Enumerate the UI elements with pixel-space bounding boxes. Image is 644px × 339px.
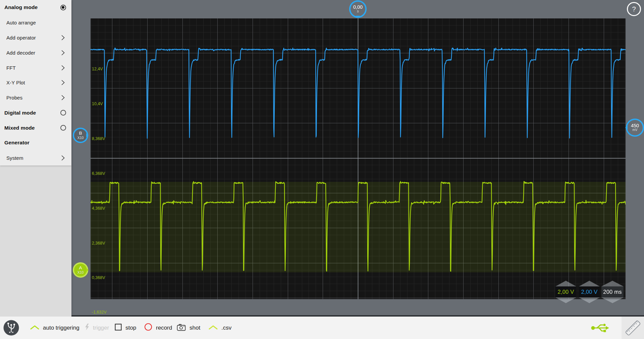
spinner-up-icon[interactable] bbox=[601, 281, 624, 286]
sidebar-item-label: Probes bbox=[6, 95, 22, 100]
trigger-time-unit: s bbox=[357, 10, 359, 13]
measurement-ruler-button[interactable] bbox=[622, 317, 644, 339]
channel-a-scale-value[interactable]: 2,00 V bbox=[555, 286, 576, 297]
sidebar-item-digital-mode[interactable]: Digital mode bbox=[0, 105, 71, 120]
channel-b-scale-value[interactable]: 2,00 V bbox=[579, 286, 600, 297]
spinner-down-icon[interactable] bbox=[555, 297, 576, 303]
stop-label: stop bbox=[125, 325, 136, 331]
sidebar-item-add-operator[interactable]: Add operator bbox=[0, 30, 71, 45]
stop-square-icon bbox=[115, 324, 122, 332]
channel-b-scale-spinner[interactable]: 2,00 V bbox=[579, 281, 600, 303]
sidebar-item-label: Analog mode bbox=[4, 4, 38, 10]
sidebar-item-system[interactable]: System bbox=[0, 150, 71, 165]
timebase-spinner[interactable]: 200 ms bbox=[601, 281, 624, 303]
chevron-right-icon bbox=[60, 65, 66, 71]
y-axis-label: 6,368V bbox=[92, 171, 105, 176]
sidebar-item-label: Add operator bbox=[6, 35, 36, 41]
trigger-time-value: 0,00 bbox=[353, 5, 363, 10]
waveform-chevron-icon bbox=[209, 325, 218, 331]
sidebar-item-label: Digital mode bbox=[4, 110, 36, 116]
y-axis-label: 12,4V bbox=[92, 67, 103, 71]
sidebar-item-xy-plot[interactable]: X-Y Plot bbox=[0, 75, 71, 90]
y-axis-label: -1,632V bbox=[92, 310, 107, 315]
shot-button[interactable]: shot bbox=[177, 317, 200, 339]
sidebar-item-label: Auto arrange bbox=[6, 20, 36, 25]
trigger-level-value: 450 bbox=[631, 123, 639, 128]
chevron-right-icon bbox=[60, 80, 66, 85]
scope-plot: 12,4V 10,4V 8,368V 6,368V 4,368V 2,368V … bbox=[91, 18, 626, 299]
channel-b-probe: X10 bbox=[77, 136, 84, 140]
spinner-down-icon[interactable] bbox=[579, 297, 600, 303]
timebase-value[interactable]: 200 ms bbox=[601, 286, 624, 297]
chevron-right-icon bbox=[60, 50, 66, 56]
sidebar-item-label: Generator bbox=[4, 140, 30, 146]
help-button[interactable]: ? bbox=[627, 2, 641, 16]
radio-selected-icon[interactable] bbox=[60, 5, 66, 10]
sidebar-item-analog-mode[interactable]: Analog mode bbox=[0, 0, 71, 15]
channel-a-name: A bbox=[79, 266, 82, 270]
spinner-up-icon[interactable] bbox=[579, 281, 600, 286]
sidebar-item-mixed-mode[interactable]: Mixed mode bbox=[0, 120, 71, 135]
camera-icon bbox=[177, 323, 186, 333]
lightning-icon bbox=[85, 323, 89, 332]
channel-a-offset-badge[interactable]: A X10 bbox=[73, 262, 88, 278]
channel-a-scale-spinner[interactable]: 2,00 V bbox=[555, 281, 576, 303]
usb-status-icon[interactable] bbox=[590, 317, 611, 339]
y-axis-label: 0,368V bbox=[92, 275, 105, 280]
trigger-level-unit: mV bbox=[633, 128, 638, 132]
sidebar-item-generator[interactable]: Generator bbox=[0, 135, 71, 150]
trigger-level-badge[interactable]: 450 mV bbox=[626, 119, 644, 137]
sidebar-item-label: Mixed mode bbox=[4, 125, 35, 131]
radio-icon[interactable] bbox=[60, 110, 66, 116]
sidebar-item-auto-arrange[interactable]: Auto arrange bbox=[0, 15, 71, 30]
sidebar-item-label: X-Y Plot bbox=[6, 80, 25, 85]
chevron-right-icon bbox=[60, 155, 66, 161]
sidebar-item-probes[interactable]: Probes bbox=[0, 90, 71, 105]
waveform-chevron-icon bbox=[30, 325, 39, 331]
help-label: ? bbox=[632, 5, 636, 13]
record-button[interactable]: record bbox=[144, 317, 172, 339]
channel-a-probe: X10 bbox=[77, 271, 84, 274]
radio-icon[interactable] bbox=[60, 125, 66, 131]
smartscope-app: Analog mode Auto arrange Add operator Ad… bbox=[0, 0, 644, 339]
y-axis-label: 8,368V bbox=[92, 136, 105, 141]
shot-label: shot bbox=[190, 325, 200, 331]
sidebar: Analog mode Auto arrange Add operator Ad… bbox=[0, 0, 71, 317]
sidebar-item-label: FFT bbox=[6, 65, 16, 71]
sidebar-item-label: System bbox=[6, 155, 23, 161]
sidebar-menu: Analog mode Auto arrange Add operator Ad… bbox=[0, 0, 71, 165]
ruler-icon bbox=[624, 319, 642, 337]
waveform-canvas[interactable] bbox=[91, 18, 626, 299]
csv-export-button[interactable]: .csv bbox=[209, 317, 231, 339]
spinner-up-icon[interactable] bbox=[555, 281, 576, 286]
trigger-button[interactable]: trigger bbox=[85, 317, 109, 339]
y-axis-label: 10,4V bbox=[92, 101, 103, 106]
csv-label: .csv bbox=[221, 325, 231, 331]
chevron-right-icon bbox=[60, 35, 66, 41]
labnation-logo[interactable] bbox=[3, 320, 19, 337]
stop-button[interactable]: stop bbox=[115, 317, 136, 339]
chevron-right-icon bbox=[60, 95, 66, 100]
sidebar-item-add-decoder[interactable]: Add decoder bbox=[0, 45, 71, 60]
trigger-time-badge[interactable]: 0,00 s bbox=[349, 0, 367, 18]
spinner-down-icon[interactable] bbox=[601, 297, 624, 303]
auto-triggering-button[interactable]: auto triggering bbox=[30, 317, 79, 339]
y-axis-label: 2,368V bbox=[92, 241, 105, 246]
channel-b-name: B bbox=[79, 131, 82, 136]
record-circle-icon bbox=[144, 323, 152, 333]
sidebar-item-label: Add decoder bbox=[6, 50, 35, 56]
record-label: record bbox=[156, 325, 172, 331]
auto-triggering-label: auto triggering bbox=[43, 325, 79, 331]
trigger-label: trigger bbox=[93, 325, 109, 331]
y-axis-label: 4,368V bbox=[92, 206, 105, 211]
channel-b-offset-badge[interactable]: B X10 bbox=[73, 128, 88, 143]
sidebar-item-fft[interactable]: FFT bbox=[0, 60, 71, 75]
